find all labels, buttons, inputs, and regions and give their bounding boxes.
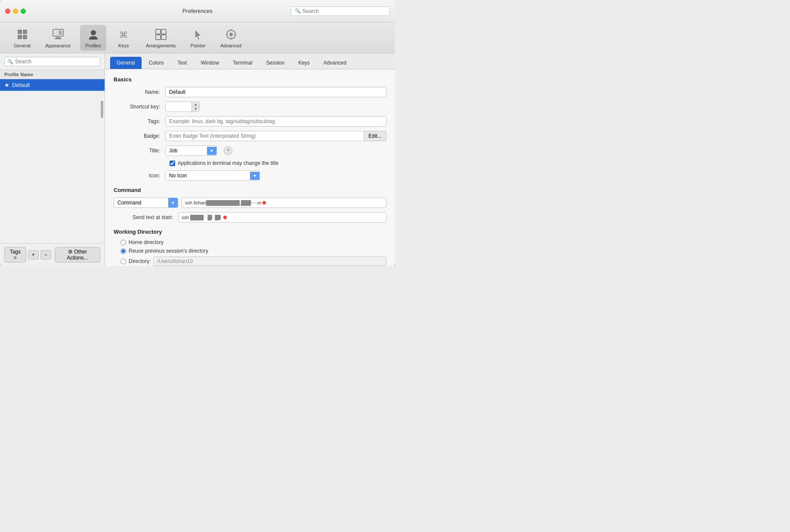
maximize-button[interactable] (21, 9, 26, 14)
reuse-dir-row: Reuse previous session's directory (120, 248, 386, 254)
shortcut-input[interactable] (166, 102, 191, 111)
directory-input[interactable] (153, 257, 386, 266)
star-icon: ★ (4, 82, 9, 88)
name-row: Name: (114, 87, 386, 97)
app-title-checkbox-row: Applications in terminal may change the … (170, 160, 386, 166)
app-title-checkbox-label: Applications in terminal may change the … (178, 160, 278, 166)
shortcut-control: ▲ ▼ (165, 102, 386, 112)
command-type-arrow[interactable]: ▼ (168, 198, 178, 207)
toolbar-item-keys[interactable]: ⌘ Keys (111, 25, 136, 51)
toolbar-item-profiles[interactable]: Profiles (80, 25, 106, 51)
profiles-icon (86, 28, 100, 41)
toolbar-label-advanced: Advanced (220, 43, 241, 48)
sidebar-search-area: 🔍 (0, 53, 105, 70)
svg-rect-12 (161, 29, 166, 34)
shortcut-stepper-up[interactable]: ▲ (192, 102, 200, 107)
badge-input[interactable] (165, 131, 364, 141)
sidebar-search-box[interactable]: 🔍 (4, 57, 100, 66)
tab-terminal[interactable]: Terminal (226, 57, 259, 69)
title-control: Job ▼ ? (165, 145, 386, 156)
directory-row: Directory: (120, 257, 386, 266)
svg-rect-2 (18, 35, 22, 39)
command-section-title: Command (114, 187, 386, 193)
tab-text[interactable]: Text (171, 57, 193, 69)
name-input[interactable] (165, 87, 386, 97)
send-text-input[interactable] (178, 212, 386, 223)
toolbar-item-general[interactable]: General (9, 25, 36, 51)
command-type-text: Command (114, 198, 168, 207)
title-select-arrow[interactable]: ▼ (207, 147, 216, 155)
svg-rect-1 (23, 30, 27, 34)
minimize-button[interactable] (13, 9, 18, 14)
appearance-icon (51, 28, 65, 41)
toolbar-item-pointer[interactable]: Pointer (185, 25, 211, 51)
icon-control: No Icon ▼ (165, 170, 386, 181)
basics-section-title: Basics (114, 76, 386, 83)
titlebar-search-box[interactable]: 🔍 (291, 6, 390, 16)
name-control (165, 87, 386, 97)
titlebar: Preferences 🔍 (0, 0, 395, 22)
home-dir-radio[interactable] (120, 240, 126, 245)
tags-row: Tags: (114, 116, 386, 127)
tab-colors[interactable]: Colors (142, 57, 170, 69)
title-select-text: Job (166, 146, 207, 155)
svg-rect-14 (161, 35, 166, 40)
pointer-icon (191, 28, 205, 41)
svg-text:⌘: ⌘ (119, 30, 128, 40)
arrangements-icon (154, 28, 168, 41)
tags-control (165, 116, 386, 127)
window-title: Preferences (182, 8, 213, 14)
profile-list: ★ Default (0, 79, 105, 91)
svg-rect-6 (59, 31, 62, 35)
tab-general[interactable]: General (110, 57, 142, 69)
svg-rect-7 (56, 37, 60, 38)
preferences-window: Preferences 🔍 General Appearance Profile… (0, 0, 395, 266)
shortcut-stepper-down[interactable]: ▼ (192, 107, 200, 111)
toolbar-item-arrangements[interactable]: Arrangements (141, 25, 181, 51)
sidebar-footer: Tags > + − ⚙ Other Actions... (0, 243, 105, 266)
advanced-icon (224, 28, 238, 41)
badge-edit-button[interactable]: Edit... (364, 131, 386, 141)
titlebar-search-input[interactable] (302, 8, 386, 14)
sidebar: 🔍 Profile Name ★ Default Tags > + − ⚙ Ot (0, 53, 105, 266)
toolbar-label-profiles: Profiles (85, 43, 101, 48)
remove-profile-button[interactable]: − (40, 250, 51, 260)
tab-keys[interactable]: Keys (292, 57, 316, 69)
tabs-bar: General Colors Text Window Terminal Sess… (105, 53, 395, 69)
badge-control: Edit... (165, 131, 386, 141)
app-title-checkbox[interactable] (170, 161, 175, 166)
sidebar-search-input[interactable] (15, 59, 97, 65)
directory-radio[interactable] (120, 259, 126, 264)
tags-input[interactable] (165, 116, 386, 127)
command-row: Command ▼ ssh lishan██████████,███·····m… (114, 198, 386, 208)
profile-list-header: Profile Name (0, 70, 105, 79)
tags-button[interactable]: Tags > (4, 247, 26, 263)
icon-select[interactable]: No Icon ▼ (165, 170, 260, 181)
working-dir-section-title: Working Directory (114, 229, 386, 235)
scroll-indicator (101, 101, 103, 118)
profile-item-default[interactable]: ★ Default (0, 79, 105, 91)
reuse-dir-radio[interactable] (120, 248, 126, 254)
tab-session[interactable]: Session (259, 57, 291, 69)
general-icon (15, 28, 29, 41)
icon-select-text: No Icon (166, 171, 250, 180)
traffic-lights (5, 9, 26, 14)
close-button[interactable] (5, 9, 10, 14)
toolbar-label-general: General (14, 43, 31, 48)
send-text-label: Send text at start: (114, 214, 178, 220)
panel-content: Basics Name: Shortcut key: ▲ (105, 69, 395, 266)
toolbar-item-appearance[interactable]: Appearance (40, 25, 76, 51)
toolbar-item-advanced[interactable]: Advanced (215, 25, 247, 51)
command-input[interactable] (182, 198, 386, 208)
svg-point-9 (91, 30, 96, 35)
title-select[interactable]: Job ▼ (165, 145, 217, 156)
title-help-button[interactable]: ? (224, 146, 232, 155)
icon-select-arrow[interactable]: ▼ (250, 172, 259, 180)
tab-window[interactable]: Window (194, 57, 225, 69)
tab-advanced[interactable]: Advanced (317, 57, 353, 69)
toolbar-label-keys: Keys (118, 43, 129, 48)
other-actions-button[interactable]: ⚙ Other Actions... (55, 247, 100, 263)
command-type-select[interactable]: Command ▼ (114, 198, 178, 208)
sidebar-scroll-area: ★ Default (0, 79, 105, 243)
add-profile-button[interactable]: + (28, 250, 39, 260)
